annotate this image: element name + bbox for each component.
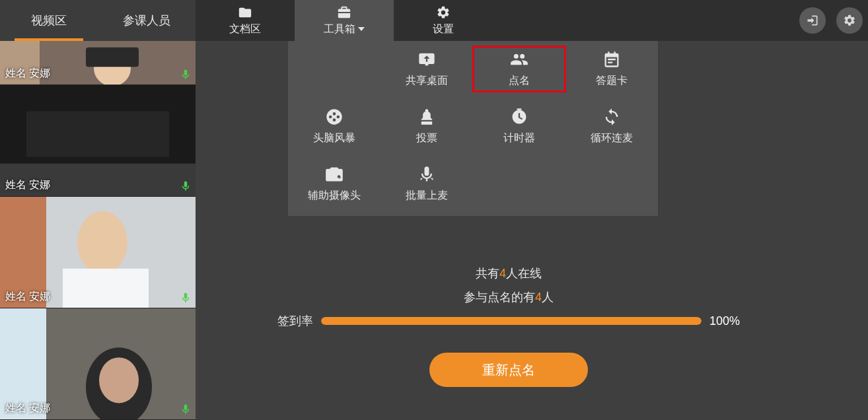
settings-button[interactable]: 设置 (394, 0, 493, 41)
tool-brainstorm-label: 头脑风暴 (313, 131, 355, 145)
tab-participants[interactable]: 参课人员 (98, 0, 196, 41)
topbar: 文档区 工具箱 设置 (196, 0, 868, 41)
aux-camera-icon: + (325, 165, 344, 184)
attendance-progress (321, 317, 702, 325)
tool-batch-mic[interactable]: 批量上麦 (380, 161, 473, 207)
people-icon (510, 50, 528, 69)
rollcall-result: 共有4人在线 参与点名的有4人 签到率 100% 重新点名 (196, 265, 822, 387)
mic-icon (180, 403, 192, 415)
doc-area-label: 文档区 (229, 22, 261, 36)
svg-rect-10 (63, 269, 149, 308)
config-button[interactable] (836, 7, 863, 34)
tool-aux-camera[interactable]: + 辅助摄像头 (288, 161, 380, 207)
tool-aux-camera-label: 辅助摄像头 (308, 189, 361, 203)
tool-share-desktop[interactable]: 共享桌面 (380, 46, 473, 92)
svg-text:+: + (338, 174, 342, 181)
video-cell[interactable]: 姓名 安娜 (0, 41, 196, 85)
video-name: 姓名 安娜 (5, 402, 50, 415)
video-name: 姓名 安娜 (5, 67, 50, 81)
attendance-percent: 100% (709, 314, 740, 328)
gear-icon (843, 14, 856, 27)
exit-icon (806, 14, 819, 27)
attendance-row: 签到率 100% (277, 313, 740, 329)
tool-timer[interactable]: 计时器 (473, 104, 565, 149)
tool-answer-label: 答题卡 (596, 74, 628, 88)
video-list: 姓名 安娜 姓名 安娜 姓名 安娜 (0, 41, 196, 420)
gear-icon (436, 5, 451, 20)
brainstorm-icon (325, 108, 344, 126)
tool-cycle-mic[interactable]: 循环连麦 (565, 104, 658, 149)
tool-timer-label: 计时器 (503, 131, 535, 145)
tool-rollcall[interactable]: 点名 (473, 46, 565, 92)
attendance-label: 签到率 (277, 313, 313, 329)
svg-point-15 (425, 114, 429, 117)
chevron-down-icon (358, 27, 365, 31)
video-cell[interactable]: 姓名 安娜 (0, 308, 196, 420)
doc-area-button[interactable]: 文档区 (196, 0, 295, 41)
video-name: 姓名 安娜 (5, 178, 50, 192)
tool-rollcall-label: 点名 (509, 74, 530, 88)
answer-card-icon (602, 50, 621, 69)
tool-cycle-label: 循环连麦 (591, 131, 633, 145)
video-name: 姓名 安娜 (5, 290, 50, 304)
toolbox-icon (337, 5, 351, 20)
recount-button[interactable]: 重新点名 (429, 353, 588, 387)
video-cell[interactable]: 姓名 安娜 (0, 197, 196, 308)
main-area: 文档区 工具箱 设置 共享桌面 (196, 0, 868, 420)
svg-point-9 (77, 211, 127, 274)
tool-brainstorm[interactable]: 头脑风暴 (288, 104, 380, 149)
tool-answer-card[interactable]: 答题卡 (565, 46, 658, 92)
tab-video-label: 视频区 (31, 13, 67, 28)
mic-icon (180, 292, 192, 304)
sidebar: 视频区 参课人员 姓名 安娜 姓名 安娜 (0, 0, 196, 420)
folder-icon (238, 5, 252, 20)
settings-label: 设置 (433, 22, 454, 36)
svg-point-14 (99, 357, 139, 403)
svg-rect-2 (86, 48, 139, 67)
timer-icon (510, 108, 528, 126)
share-screen-icon (417, 50, 436, 69)
online-count-line: 共有4人在线 (476, 265, 542, 281)
tool-batch-mic-label: 批量上麦 (406, 189, 448, 203)
exit-button[interactable] (799, 7, 826, 34)
mic-icon (180, 180, 192, 192)
tool-vote[interactable]: 投票 (380, 104, 473, 149)
tab-participants-label: 参课人员 (123, 13, 170, 28)
tool-share-label: 共享桌面 (406, 74, 448, 88)
mic-icon (180, 69, 192, 81)
attendance-fill (321, 317, 702, 325)
tool-vote-label: 投票 (416, 131, 437, 145)
tab-video-area[interactable]: 视频区 (0, 0, 98, 41)
toolbox-label: 工具箱 (324, 22, 355, 36)
batch-mic-icon (417, 165, 436, 184)
toolbox-panel: 共享桌面 点名 答题卡 头脑风暴 投票 计时器 (288, 41, 658, 216)
vote-icon (417, 108, 436, 126)
video-cell[interactable]: 姓名 安娜 (0, 85, 196, 197)
toolbox-button[interactable]: 工具箱 (295, 0, 394, 41)
sidebar-tabs: 视频区 参课人员 (0, 0, 196, 41)
cycle-icon (602, 108, 621, 126)
svg-rect-6 (26, 111, 169, 157)
participated-count-line: 参与点名的有4人 (464, 289, 554, 305)
